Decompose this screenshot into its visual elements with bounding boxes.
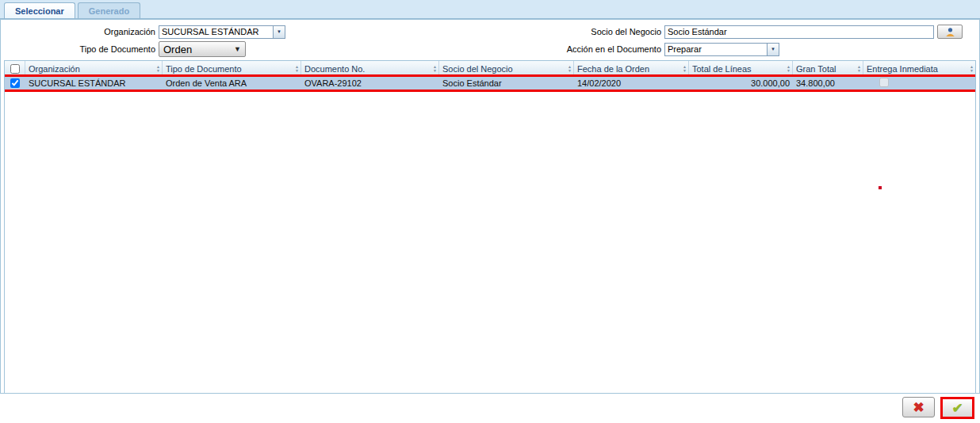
filter-form: Organización ▼ Socio del Negocio [1,20,979,60]
sort-icon[interactable]: ▲▼ [787,65,791,72]
table-row[interactable]: SUCURSAL ESTÁNDAR Orden de Venta ARA OVA… [5,77,975,90]
main-panel: Organización ▼ Socio del Negocio [0,19,980,394]
confirm-check-icon: ✔ [951,400,963,417]
business-partner-input[interactable] [664,25,934,39]
sort-icon[interactable]: ▲▼ [970,65,974,72]
chevron-down-icon: ▼ [277,29,281,34]
document-type-select[interactable]: Orden ▼ [159,41,246,57]
business-partner-label: Socio del Negocio [507,27,664,36]
document-action-input[interactable] [664,43,768,56]
person-icon [945,27,955,37]
select-all-checkbox[interactable] [10,64,20,74]
red-dot-marker [879,186,882,189]
column-header-fecha-orden[interactable]: Fecha de la Orden ▲▼ [574,61,689,76]
chevron-down-icon: ▼ [771,47,775,51]
row-order-date: 14/02/2020 [574,78,689,88]
document-action-dropdown-button[interactable]: ▼ [768,43,779,56]
results-panel: Organización ▲▼ Tipo de Documento ▲▼ Doc… [4,60,976,393]
cancel-button[interactable]: ✖ [902,397,935,417]
column-header-total-lineas[interactable]: Total de Líneas ▲▼ [689,61,793,76]
tab-seleccionar[interactable]: Seleccionar [4,2,75,18]
immediate-delivery-checkbox [879,78,889,87]
tab-bar: Seleccionar Generado [0,0,980,19]
business-partner-lookup-button[interactable] [937,25,963,39]
column-header-organizacion[interactable]: Organización ▲▼ [25,61,163,76]
column-header-entrega-inmediata[interactable]: Entrega Inmediata ▲▼ [863,61,975,76]
row-business-partner: Socio Estándar [439,78,574,88]
sort-icon[interactable]: ▲▼ [295,65,299,72]
row-total-lines: 30.000,00 [689,78,793,88]
sort-icon[interactable]: ▲▼ [857,65,861,72]
column-header-tipo-documento[interactable]: Tipo de Documento ▲▼ [163,61,301,76]
table-header: Organización ▲▼ Tipo de Documento ▲▼ Doc… [5,61,975,77]
document-action-label: Acción en el Documento [507,44,664,54]
column-header-documento-no[interactable]: Documento No. ▲▼ [301,61,439,76]
business-partner-combobox [664,25,934,39]
tab-generado[interactable]: Generado [78,2,140,18]
document-type-label: Tipo de Documento [1,44,159,54]
row-select-checkbox[interactable] [10,78,20,88]
confirm-button[interactable]: ✔ [940,397,974,419]
chevron-down-icon: ▼ [234,45,241,53]
document-type-value: Orden [163,44,192,55]
document-action-combobox: ▼ [664,43,779,56]
sort-icon[interactable]: ▲▼ [568,65,572,72]
footer-bar: ✖ ✔ [0,394,980,423]
organization-label: Organización [1,27,159,36]
row-document-no: OVARA-29102 [301,78,439,88]
row-organization: SUCURSAL ESTÁNDAR [25,78,163,88]
sort-icon[interactable]: ▲▼ [433,65,437,72]
row-immediate-delivery-cell [863,78,975,89]
sort-icon[interactable]: ▲▼ [156,65,160,72]
row-doc-type: Orden de Venta ARA [163,78,301,88]
organization-combobox: ▼ [159,25,285,39]
sort-icon[interactable]: ▲▼ [683,65,687,72]
row-grand-total: 34.800,00 [793,78,863,88]
cancel-x-icon: ✖ [913,399,924,416]
column-header-socio-negocio[interactable]: Socio del Negocio ▲▼ [439,61,574,76]
organization-dropdown-button[interactable]: ▼ [274,25,285,39]
organization-input[interactable] [159,25,274,39]
column-header-gran-total[interactable]: Gran Total ▲▼ [793,61,863,76]
